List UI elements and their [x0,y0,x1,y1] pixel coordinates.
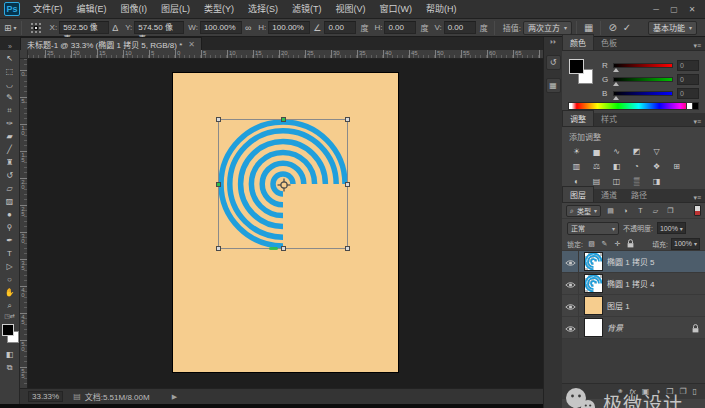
screen-mode-button[interactable]: ⧉ [1,361,19,374]
width-scale-input[interactable]: 100.00% [200,21,242,34]
lock-all-icon[interactable] [625,238,636,249]
warp-mode-toggle-icon[interactable]: ▦ [584,22,593,33]
v-skew-input[interactable]: 0.00 [444,21,476,34]
rotate-angle-input[interactable]: 0.00 [324,21,356,34]
gradient-tool[interactable]: ▨ [1,195,19,208]
type-layer-filter-icon[interactable]: T [634,205,647,217]
hand-tool[interactable]: ✋ [1,286,19,299]
panel-menu-icon[interactable]: ▾≡ [693,194,705,202]
panel-foreground-swatch[interactable] [569,59,584,74]
canvas-area[interactable] [28,59,543,388]
adjustment-threshold-icon[interactable]: ◫ [608,175,625,188]
quick-selection-tool[interactable]: ✎ [1,91,19,104]
shape-layer-filter-icon[interactable]: ▱ [649,205,662,217]
transform-handle-bottom-right[interactable] [345,246,350,251]
menu-item-9[interactable]: 帮助(H) [419,0,464,19]
channel-value-input[interactable]: 0 [677,60,699,71]
collapse-tools-icon[interactable]: » [0,43,20,50]
adjustment-color-balance-icon[interactable]: ⚖ [588,160,605,173]
move-tool[interactable]: ↖ [1,52,19,65]
h-skew-input[interactable]: 0.00 [384,21,416,34]
adjustment-invert-icon[interactable]: ◐ [568,175,585,188]
height-scale-input[interactable]: 100.00% [268,21,310,34]
foreground-color-swatch[interactable] [2,324,14,336]
adjustment-brightness-contrast-icon[interactable]: ☀ [568,145,585,158]
transform-reference-point-icon[interactable] [277,178,291,192]
slider-marker[interactable] [613,68,619,72]
adjustment-gradient-map-icon[interactable]: ▒ [628,175,645,188]
menu-item-7[interactable]: 视图(V) [329,0,373,19]
adjustment-curves-icon[interactable]: ∿ [608,145,625,158]
maintain-aspect-ratio-link-icon[interactable]: ∞ [245,23,251,33]
tab-color[interactable]: 颜色 [562,34,594,50]
spectrum-black-swatch[interactable] [693,103,698,109]
channel-slider[interactable] [613,63,673,68]
adjustment-hue-saturation-icon[interactable]: ▥ [568,160,585,173]
tab-styles[interactable]: 样式 [594,111,624,126]
channel-value-input[interactable]: 0 [677,88,699,99]
filter-kind-select[interactable]: ⌕ 类型 ▾ [566,205,601,217]
interpolation-select[interactable]: 两次立方▾ [523,21,572,35]
blur-tool[interactable]: ● [1,208,19,221]
adjustment-photo-filter-icon[interactable]: ◔ [628,160,645,173]
lasso-tool[interactable]: ◡ [1,78,19,91]
menu-item-8[interactable]: 窗口(W) [373,0,420,19]
pen-tool[interactable]: ✒ [1,234,19,247]
smart-object-filter-icon[interactable]: ❐ [664,205,677,217]
channel-slider[interactable] [613,91,673,96]
blend-mode-select[interactable]: 正常▾ [567,222,619,235]
tab-swatches[interactable]: 色板 [594,35,624,50]
maximize-button[interactable]: ▢ [667,3,681,15]
eyedropper-tool[interactable]: ✑ [1,117,19,130]
type-tool[interactable]: T [1,247,19,260]
y-position-input[interactable]: 574.50 像素 [134,21,184,34]
adjustment-exposure-icon[interactable]: ◩ [628,145,645,158]
adjustment-vibrance-icon[interactable]: ▽ [648,145,665,158]
menu-item-5[interactable]: 选择(S) [241,0,285,19]
transform-handle-bottom-center[interactable] [281,246,286,251]
ruler-origin-box[interactable] [20,50,28,59]
tab-paths[interactable]: 路径 [624,187,654,202]
crop-tool[interactable]: ⌗ [1,104,19,117]
menu-item-4[interactable]: 类型(Y) [197,0,241,19]
default-colors-icon[interactable]: ◳⇄ [4,312,15,320]
transform-bounding-box[interactable] [218,119,348,249]
quick-mask-button[interactable]: ◧ [1,348,19,361]
history-brush-tool[interactable]: ↺ [1,169,19,182]
transform-handle-middle-left[interactable] [216,182,221,187]
ellipse-tool[interactable]: ○ [1,273,19,286]
zoom-level-input[interactable]: 33.33% [28,391,63,402]
fill-input[interactable]: 100%▾ [671,238,700,250]
cancel-transform-icon[interactable]: ⊘ [608,22,616,33]
adjustment-selective-color-icon[interactable]: ◨ [648,175,665,188]
menu-item-2[interactable]: 图像(I) [114,0,155,19]
zoom-tool[interactable]: ⌕ [1,299,19,312]
brush-tool[interactable]: ╱ [1,143,19,156]
x-position-input[interactable]: 592.50 像素 [59,21,109,34]
panel-menu-icon[interactable]: ▾≡ [693,118,705,126]
properties-panel-button[interactable]: ▦ [546,78,561,93]
adjustment-levels-icon[interactable]: ▅ [588,145,605,158]
slider-marker[interactable] [613,96,619,100]
document-tab[interactable]: 未标题-1 @ 33.3% (椭圆 1 拷贝 5, RGB/8) * ✕ [20,37,202,50]
status-menu-arrow-icon[interactable]: ▶ [172,393,177,401]
transform-handle-top-left[interactable] [216,117,221,122]
clone-stamp-tool[interactable]: ♜ [1,156,19,169]
layer-row-2[interactable]: 图层 1 [562,295,705,317]
menu-item-3[interactable]: 图层(L) [154,0,197,19]
lock-image-pixels-icon[interactable]: ✎ [599,238,610,249]
layer-row-1[interactable]: 椭圆 1 拷贝 4 [562,273,705,295]
lock-transparent-pixels-icon[interactable]: ▨ [586,238,597,249]
history-panel-button[interactable]: ↺ [546,55,561,70]
channel-value-input[interactable]: 0 [677,74,699,85]
layer-visibility-toggle[interactable] [562,251,579,273]
close-button[interactable]: ✕ [685,3,699,15]
filter-toggle-switch[interactable] [694,205,701,216]
layer-visibility-toggle[interactable] [562,273,579,295]
minimize-button[interactable]: ─ [649,3,663,15]
adjustment-posterize-icon[interactable]: ▤ [588,175,605,188]
transform-handle-top-right[interactable] [345,117,350,122]
spectrum-white-swatch[interactable] [687,103,692,109]
tool-preset-picker[interactable]: ⊞▾ [4,23,17,33]
color-spectrum-ramp[interactable] [568,102,699,110]
